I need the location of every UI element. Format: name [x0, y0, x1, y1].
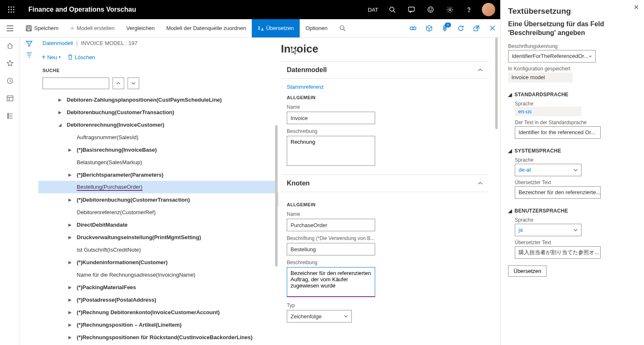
modules-icon[interactable]: [6, 112, 14, 120]
tree-node[interactable]: Belastungen(SalesMarkup): [38, 156, 278, 168]
search-next-button[interactable]: [128, 78, 139, 89]
filter-icon[interactable]: [26, 41, 33, 47]
sys-lang-select[interactable]: de-at: [515, 164, 581, 176]
smiley-icon[interactable]: [421, 0, 440, 19]
usr-lang-select[interactable]: ja: [515, 224, 581, 236]
translate-button[interactable]: Übersetzen: [252, 19, 299, 38]
close-icon[interactable]: [484, 19, 500, 38]
tree-chevron-icon[interactable]: ▶: [68, 322, 73, 327]
chat-icon[interactable]: [402, 0, 421, 19]
tree-chevron-icon[interactable]: ▶: [68, 260, 73, 265]
tree-node[interactable]: ▶Debitoren-Zahlungsplanpositionen(CustPa…: [38, 93, 278, 106]
tree-chevron-icon[interactable]: ◢: [58, 122, 63, 127]
infinity-icon[interactable]: [405, 19, 421, 38]
waffle-launcher[interactable]: [2, 0, 21, 19]
compare-button[interactable]: Vergleichen: [120, 19, 160, 38]
label-id-select[interactable]: IdentifierForTheReferencedOr...: [508, 50, 596, 62]
recent-icon[interactable]: [6, 77, 14, 85]
tree-chevron-icon[interactable]: ▶: [68, 222, 73, 227]
search-command-icon[interactable]: [333, 19, 351, 38]
tree-node[interactable]: ▶Druckverwaltungseinstellung(PrintMgmtSe…: [38, 231, 278, 243]
home-icon[interactable]: [6, 42, 14, 50]
star-icon[interactable]: [6, 59, 14, 68]
tree-chevron-icon[interactable]: ▶: [68, 298, 73, 302]
node-desc-input[interactable]: [287, 267, 375, 297]
tree-node-label: (*)Rechnungspositionen für Rückstand(Cus…: [77, 334, 253, 340]
panel-close-icon[interactable]: ✕: [634, 3, 639, 11]
help-icon[interactable]: [459, 0, 479, 19]
tree-node[interactable]: ▶(*)Basisrechnung(InvoiceBase): [38, 143, 278, 156]
search-prev-button[interactable]: [113, 78, 124, 89]
tree-node[interactable]: ▶(*)Kundeninformationen(Customer): [38, 256, 278, 268]
tree-node[interactable]: Auftragsnummer(SalesId): [38, 131, 278, 143]
tree-node[interactable]: Ist Gutschrift(IsCreditNote): [38, 243, 278, 256]
std-lang-group[interactable]: ◢STANDARDSPRACHE: [508, 92, 636, 98]
tree-node[interactable]: Name für die Rechnungsadresse(InvoicingN…: [38, 268, 278, 281]
tree-chevron-icon[interactable]: ▶: [58, 98, 63, 102]
search-input[interactable]: [43, 78, 109, 89]
tree-node[interactable]: ▶(*)PackingMaterialFees: [38, 281, 278, 293]
section-datamodel-header[interactable]: Datenmodell: [281, 61, 489, 79]
tree-chevron-icon[interactable]: ▶: [68, 235, 73, 240]
page-title: Invoice: [281, 42, 489, 55]
tree-node-label: (*)Rechnungsposition – Artikel(LineItem): [77, 322, 182, 328]
svg-point-0: [8, 7, 10, 8]
delete-button[interactable]: Löschen: [68, 54, 95, 60]
tree-node[interactable]: ▶DirectDebitMandate: [38, 218, 278, 231]
tree-chevron-icon[interactable]: ▶: [68, 285, 73, 290]
std-lang-value[interactable]: en-us: [515, 107, 535, 116]
node-name-input[interactable]: PurchaseOrder: [287, 219, 375, 231]
list-icon[interactable]: [26, 52, 33, 58]
search-icon[interactable]: [383, 0, 402, 19]
company-code[interactable]: DAT: [363, 0, 383, 19]
usr-lang-group[interactable]: ◢BENUTZERSPRACHE: [508, 208, 636, 214]
breadcrumb-link[interactable]: Datenmodell: [43, 40, 73, 46]
section-node-header[interactable]: Knoten: [281, 175, 489, 192]
tree-chevron-icon[interactable]: ▶: [68, 335, 73, 340]
svg-point-6: [8, 12, 10, 13]
tree-node[interactable]: ▶(*)Postadresse(PostalAddress): [38, 293, 278, 306]
tree-node[interactable]: ▶(*)Debitorenbuchung(CustomerTransaction…: [38, 193, 278, 206]
refresh-icon[interactable]: [453, 19, 469, 38]
attachment-icon[interactable]: 0: [437, 19, 453, 38]
name-input[interactable]: Invoice: [287, 112, 375, 124]
create-model-button[interactable]: + Modell erstellen: [65, 19, 120, 38]
popout-icon[interactable]: [469, 19, 484, 38]
node-caption-input[interactable]: Bestellung: [287, 243, 375, 255]
map-datasource-button[interactable]: Modell der Datenquelle zuordnen: [160, 19, 252, 38]
type-select[interactable]: Zeichenfolge: [287, 310, 352, 322]
std-text-input[interactable]: Identifier for the referenced Or...: [515, 126, 601, 139]
usr-text-input[interactable]: 購入担当者が割り当てた参照オ...: [515, 246, 601, 259]
desc-input[interactable]: [287, 136, 375, 166]
tree-node[interactable]: Bestellung(PurchaseOrder): [38, 181, 278, 193]
hamburger-icon[interactable]: [0, 25, 20, 31]
tree-node[interactable]: ▶(*)Rechnungsposition – Artikel(LineItem…: [38, 318, 278, 331]
tree-node[interactable]: ▶(*)Berichtsparameter(Parameters): [38, 168, 278, 181]
sys-lang-label: Sprache: [515, 157, 636, 163]
gear-icon[interactable]: [440, 0, 459, 19]
sys-lang-group[interactable]: ◢SYSTEMSPRACHE: [508, 148, 636, 154]
new-button[interactable]: +Neu▾: [42, 53, 61, 61]
details-scrollbar[interactable]: [495, 38, 498, 129]
tree-node[interactable]: ▶(*)Rechnung Debitorenkonto(InvoiceCusto…: [38, 306, 278, 318]
svg-point-8: [13, 12, 15, 13]
tree-node[interactable]: ▶Debitorenbuchung(CustomerTransaction): [38, 106, 278, 118]
svg-point-5: [13, 9, 15, 10]
sys-text-input[interactable]: Bezeichner für den referenzierte...: [515, 186, 601, 199]
workspace-icon[interactable]: [6, 94, 14, 102]
options-button[interactable]: Optionen: [300, 19, 333, 38]
tree-chevron-icon[interactable]: ▶: [68, 172, 73, 177]
splitter-grip[interactable]: [278, 192, 278, 207]
tree-chevron-icon[interactable]: ▶: [68, 148, 73, 152]
tree-chevron-icon[interactable]: ▶: [68, 310, 73, 315]
tree-chevron-icon[interactable]: ▶: [68, 198, 73, 202]
tree-chevron-icon[interactable]: ▶: [58, 110, 63, 115]
root-reference-link[interactable]: Stammreferenz: [287, 84, 483, 90]
save-button[interactable]: Speichern: [20, 19, 65, 38]
avatar[interactable]: [482, 3, 495, 16]
tree-node[interactable]: ▶(*)Rechnungspositionen für Rückstand(Cu…: [38, 331, 278, 343]
tree-node[interactable]: ◢Debitorenrechnung(InvoiceCustomer): [38, 118, 278, 131]
translate-action-button[interactable]: Übersetzen: [508, 265, 546, 277]
tree-node[interactable]: Debitorenreferenz(CustomerRef): [38, 206, 278, 218]
cube-icon[interactable]: [421, 19, 437, 38]
